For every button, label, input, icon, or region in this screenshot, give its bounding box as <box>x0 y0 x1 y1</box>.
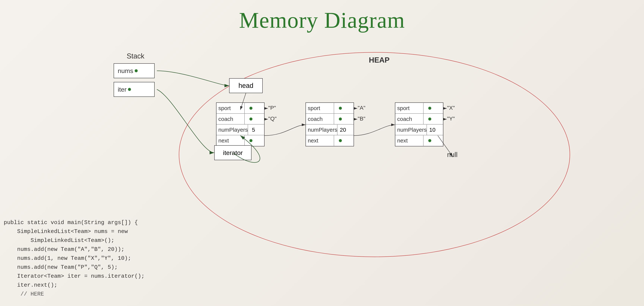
node3-numplayers-label: numPlayers <box>397 127 426 133</box>
node2-numplayers-val: 20 <box>340 127 346 133</box>
node3-sport-dot <box>428 107 431 110</box>
node1-sport-val: "P" <box>268 105 276 111</box>
node3-next-label: next <box>397 138 423 144</box>
node3-sport-val: "X" <box>447 105 455 111</box>
node2-coach-label: coach <box>308 116 334 122</box>
node3-next-row: next <box>395 135 443 146</box>
iter-dot <box>128 88 131 91</box>
node1-coach-cell <box>244 114 256 124</box>
node1-coach-dot <box>250 118 252 120</box>
iterator-label: iterator <box>223 149 243 156</box>
node1-numplayers-val: 5 <box>252 127 255 133</box>
node2-numplayers-cell: 20 <box>337 124 348 135</box>
node1-next-label: next <box>218 138 244 144</box>
stack-nums-box: nums <box>114 63 154 78</box>
iterator-box: iterator <box>214 145 252 160</box>
node2-next-cell <box>334 136 345 146</box>
head-box: head <box>229 78 263 93</box>
node1-next-cell <box>244 136 256 146</box>
node2-next-row: next <box>306 135 354 146</box>
node2-box: sport coach numPlayers 20 next <box>306 102 354 146</box>
nums-dot <box>135 69 138 72</box>
node3-numplayers-cell: 10 <box>426 124 438 135</box>
node1-numplayers-label: numPlayers <box>218 127 248 133</box>
node3-numplayers-row: numPlayers 10 <box>395 124 443 135</box>
node2-sport-dot <box>339 107 342 110</box>
node2-coach-row: coach <box>306 114 354 124</box>
node2-coach-cell <box>334 114 345 124</box>
node1-sport-cell <box>244 103 256 114</box>
node3-coach-label: coach <box>397 116 423 122</box>
stack-nums-label: nums <box>118 67 133 74</box>
node2-next-dot <box>339 139 342 142</box>
node1-numplayers-cell: 5 <box>248 124 259 135</box>
node3-numplayers-val: 10 <box>429 127 435 133</box>
stack-iter-box: iter <box>114 82 154 97</box>
node1-coach-label: coach <box>218 116 244 122</box>
node1-coach-val: "Q" <box>268 116 277 122</box>
node3-sport-label: sport <box>397 105 423 111</box>
node3-sport-row: sport <box>395 103 443 114</box>
node3-box: sport coach numPlayers 10 next <box>395 102 443 146</box>
null-label: null <box>447 151 458 159</box>
node2-next-label: next <box>308 138 334 144</box>
head-label: head <box>238 82 253 90</box>
node3-coach-row: coach <box>395 114 443 124</box>
node1-sport-dot <box>250 107 252 110</box>
node3-next-cell <box>423 136 434 146</box>
node1-coach-row: coach <box>216 114 264 124</box>
node2-sport-row: sport <box>306 103 354 114</box>
node1-sport-row: sport <box>216 103 264 114</box>
node1-box: sport coach numPlayers 5 next <box>216 102 264 146</box>
node3-sport-cell <box>423 103 434 114</box>
page: Memory Diagram public static void main(S… <box>0 0 644 306</box>
node3-coach-val: "Y" <box>447 116 455 122</box>
node2-coach-val: "B" <box>358 116 365 122</box>
node3-coach-cell <box>423 114 434 124</box>
node2-sport-val: "A" <box>358 105 365 111</box>
node1-sport-label: sport <box>218 105 244 111</box>
node2-numplayers-label: numPlayers <box>308 127 337 133</box>
node2-coach-dot <box>339 118 342 120</box>
stack-iter-label: iter <box>118 86 126 93</box>
node3-next-dot <box>428 139 431 142</box>
node2-sport-cell <box>334 103 345 114</box>
stack-label: Stack <box>127 52 144 60</box>
heap-label: HEAP <box>369 56 390 64</box>
node3-coach-dot <box>428 118 431 120</box>
node1-next-dot <box>250 139 252 142</box>
node1-next-row: next <box>216 135 264 146</box>
diagram-area: HEAP Stack nums iter head sport coach <box>90 41 592 292</box>
node2-sport-label: sport <box>308 105 334 111</box>
page-title: Memory Diagram <box>0 0 644 33</box>
node2-numplayers-row: numPlayers 20 <box>306 124 354 135</box>
node1-numplayers-row: numPlayers 5 <box>216 124 264 135</box>
